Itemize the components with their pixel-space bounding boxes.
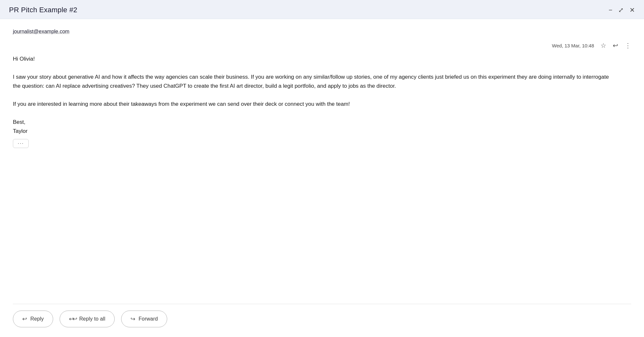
signature-line-1: Best,: [13, 119, 25, 125]
email-content-area: journalist@example.com Wed, 13 Mar, 10:4…: [0, 19, 644, 304]
close-button[interactable]: ✕: [630, 7, 635, 13]
title-bar: PR Pitch Example #2 − ⤢ ✕: [0, 0, 644, 19]
from-address[interactable]: journalist@example.com: [13, 29, 631, 36]
sender-email[interactable]: journalist@example.com: [13, 29, 69, 35]
more-options-icon[interactable]: ⋮: [625, 42, 631, 49]
reply-button-label: Reply: [30, 316, 44, 322]
window-title: PR Pitch Example #2: [9, 6, 77, 14]
email-window: PR Pitch Example #2 − ⤢ ✕ journalist@exa…: [0, 0, 644, 337]
reply-all-button-icon: ↩↩: [69, 315, 76, 322]
reply-button[interactable]: ↩ Reply: [13, 311, 53, 327]
minimize-button[interactable]: −: [609, 7, 612, 13]
window-controls: − ⤢ ✕: [609, 7, 635, 13]
email-greeting: Hi Olivia!: [13, 55, 609, 64]
email-timestamp: Wed, 13 Mar, 10:48: [552, 43, 594, 48]
email-signature: Best, Taylor: [13, 118, 609, 136]
action-buttons-row: ↩ Reply ↩↩ Reply to all ↪ Forward: [0, 304, 644, 337]
reply-icon[interactable]: ↩: [613, 42, 618, 49]
star-icon[interactable]: ☆: [601, 42, 606, 49]
forward-button-label: Forward: [139, 316, 158, 322]
reply-button-icon: ↩: [22, 315, 27, 322]
signature-line-2: Taylor: [13, 128, 27, 134]
email-paragraph-1: I saw your story about generative AI and…: [13, 73, 609, 91]
maximize-button[interactable]: ⤢: [618, 7, 624, 13]
email-body: Hi Olivia! I saw your story about genera…: [13, 55, 609, 136]
forward-button-icon: ↪: [130, 315, 135, 322]
forward-button[interactable]: ↪ Forward: [121, 311, 167, 327]
reply-all-button[interactable]: ↩↩ Reply to all: [60, 311, 115, 327]
reply-all-button-label: Reply to all: [79, 316, 105, 322]
email-paragraph-2: If you are interested in learning more a…: [13, 100, 609, 109]
ellipsis-button[interactable]: ···: [13, 139, 29, 148]
email-meta-row: Wed, 13 Mar, 10:48 ☆ ↩ ⋮: [13, 42, 631, 51]
